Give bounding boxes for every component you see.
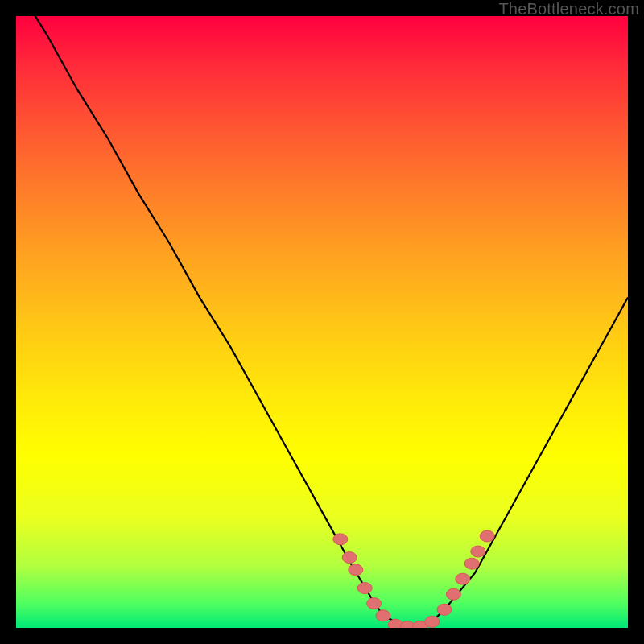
curve-marker (480, 530, 494, 542)
curve-marker (342, 552, 357, 564)
curve-svg (16, 16, 628, 628)
curve-marker (357, 583, 372, 594)
curve-markers (333, 530, 494, 628)
curve-marker (437, 604, 452, 615)
chart-frame: TheBottleneck.com (0, 0, 644, 644)
curve-marker (349, 564, 363, 576)
bottleneck-curve (16, 16, 628, 628)
curve-marker (425, 616, 440, 627)
plot-area (16, 16, 628, 628)
curve-marker (446, 588, 460, 600)
curve-marker (376, 610, 390, 621)
curve-marker (367, 598, 382, 609)
curve-marker (464, 558, 479, 569)
curve-marker (333, 534, 348, 545)
curve-marker (471, 546, 485, 557)
curve-marker (456, 573, 470, 584)
